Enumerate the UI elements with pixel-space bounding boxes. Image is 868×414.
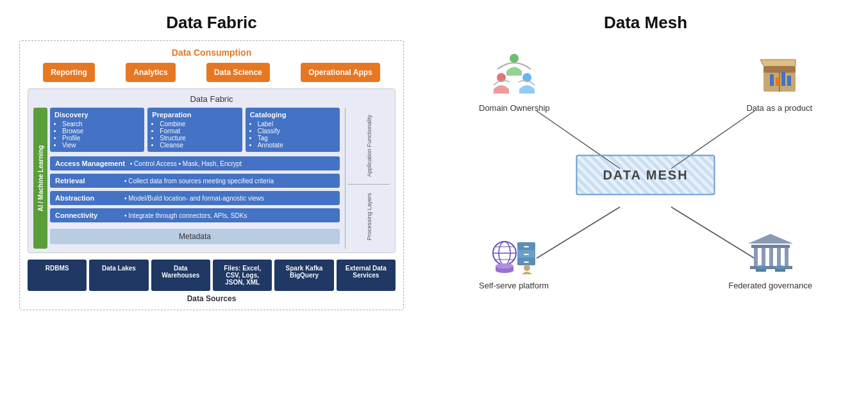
layer-abstraction-detail: • Model/Build location- and format-agnos…	[124, 195, 264, 202]
label-proc-layers: Processing Layers	[348, 185, 390, 249]
layer-abstraction-title: Abstraction	[55, 194, 119, 202]
svg-marker-31	[748, 234, 793, 244]
svg-point-30	[524, 265, 530, 271]
list-item: Classify	[258, 128, 335, 135]
layer-connectivity: Connectivity • Integrate through connect…	[50, 208, 340, 222]
svg-rect-25	[524, 254, 529, 255]
app-func-text: Application Functionality	[366, 115, 372, 177]
svg-rect-35	[769, 248, 773, 266]
left-panel: Data Fabric Data Consumption Reporting A…	[0, 0, 423, 414]
card-cataloging-items: Label Classify Tag Annotate	[250, 120, 335, 149]
data-sources-row: RDBMS Data Lakes Data Warehouses Files: …	[28, 260, 396, 291]
card-cataloging: Cataloging Label Classify Tag Annotate	[246, 108, 340, 152]
svg-line-2	[537, 207, 620, 258]
list-item: Label	[258, 120, 335, 128]
card-discovery-items: Search Browse Profile View	[54, 120, 140, 149]
list-item: View	[62, 142, 140, 149]
svg-point-41	[756, 265, 766, 269]
fabric-outer-box: Data Consumption Reporting Analytics Dat…	[19, 40, 404, 310]
dark-box-rdbms: RDBMS	[28, 260, 87, 291]
node-product: Data as a product	[746, 53, 812, 113]
svg-rect-37	[785, 248, 789, 266]
self-serve-icon	[488, 231, 540, 276]
mesh-center-box: DATA MESH	[576, 155, 715, 195]
layer-retrieval-title: Retrieval	[55, 177, 119, 185]
dark-box-external: External Data Services	[337, 260, 396, 291]
fabric-content: Discovery Search Browse Profile View Pre…	[50, 108, 340, 249]
orange-box-reporting: Reporting	[43, 63, 95, 82]
platform-label: Self-serve platform	[479, 281, 549, 290]
node-platform: Self-serve platform	[479, 231, 549, 290]
top-cards: Discovery Search Browse Profile View Pre…	[50, 108, 340, 152]
card-discovery-title: Discovery	[54, 111, 140, 119]
orange-box-datascience: Data Science	[206, 63, 270, 82]
layer-connectivity-detail: • Integrate through connectors, APIs, SD…	[124, 212, 247, 219]
label-app-func: Application Functionality	[348, 108, 390, 185]
layer-access-title: Access Management	[55, 160, 125, 167]
list-item: Tag	[258, 135, 335, 142]
mesh-wrapper: Domain Ownership Data as a product	[460, 40, 831, 310]
dark-box-spark: Spark Kafka BigQuery	[274, 260, 333, 291]
fabric-title: Data Fabric	[166, 13, 257, 33]
right-panel: Data Mesh	[423, 0, 868, 414]
list-item: Format	[160, 128, 237, 135]
card-preparation: Preparation Combine Format Structure Cle…	[147, 108, 242, 152]
svg-rect-14	[787, 76, 791, 86]
dark-box-files: Files: Excel, CSV, Logs, JSON, XML	[213, 260, 272, 291]
card-preparation-items: Combine Format Structure Cleanse	[152, 120, 237, 149]
card-cataloging-title: Cataloging	[250, 111, 335, 119]
right-labels: Application Functionality Processing Lay…	[345, 108, 390, 249]
svg-point-29	[496, 263, 513, 269]
list-item: Profile	[62, 135, 140, 142]
dark-box-datalakes: Data Lakes	[89, 260, 148, 291]
list-item: Annotate	[258, 142, 335, 149]
svg-rect-34	[762, 248, 765, 266]
governance-icon	[745, 231, 796, 276]
consumption-label: Data Consumption	[28, 47, 396, 58]
svg-point-44	[775, 265, 785, 269]
data-product-icon	[754, 53, 805, 98]
data-sources-label: Data Sources	[28, 294, 396, 303]
list-item: Structure	[160, 135, 237, 142]
layer-retrieval-detail: • Collect data from sources meeting spec…	[124, 178, 274, 185]
svg-rect-26	[524, 261, 529, 263]
mesh-center-label: DATA MESH	[603, 168, 688, 182]
layer-access-detail: • Control Access • Mask, Hash, Encrypt	[130, 160, 242, 167]
svg-rect-24	[524, 246, 529, 247]
dark-box-dw: Data Warehouses	[151, 260, 210, 291]
fabric-inner-title: Data Fabric	[33, 94, 390, 104]
ai-bar: AI / Machine Learning	[33, 108, 47, 249]
svg-rect-13	[781, 72, 785, 86]
list-item: Browse	[62, 128, 140, 135]
list-item: Cleanse	[160, 142, 237, 149]
mesh-title: Data Mesh	[604, 13, 687, 33]
node-governance: Federated governance	[728, 231, 812, 290]
card-discovery: Discovery Search Browse Profile View	[50, 108, 144, 152]
layer-retrieval: Retrieval • Collect data from sources me…	[50, 174, 340, 188]
svg-rect-36	[777, 248, 781, 266]
layer-abstraction: Abstraction • Model/Build location- and …	[50, 191, 340, 205]
product-label: Data as a product	[746, 103, 812, 113]
svg-rect-12	[776, 78, 780, 86]
metadata-bar: Metadata	[50, 229, 340, 244]
node-domain: Domain Ownership	[479, 53, 550, 113]
proc-layers-text: Processing Layers	[366, 193, 372, 240]
list-item: Combine	[160, 120, 237, 128]
list-item: Search	[62, 120, 140, 128]
domain-ownership-icon	[488, 53, 540, 98]
layer-access: Access Management • Control Access • Mas…	[50, 156, 340, 170]
svg-rect-33	[754, 248, 758, 266]
card-preparation-title: Preparation	[152, 111, 237, 119]
fabric-inner-box: Data Fabric AI / Machine Learning Discov…	[28, 88, 396, 253]
orange-box-ops: Operational Apps	[301, 63, 380, 82]
governance-label: Federated governance	[728, 281, 812, 290]
consumption-boxes: Reporting Analytics Data Science Operati…	[28, 63, 396, 82]
domain-label: Domain Ownership	[479, 103, 550, 113]
svg-point-4	[510, 54, 519, 63]
orange-box-analytics: Analytics	[126, 63, 175, 82]
layer-connectivity-title: Connectivity	[55, 211, 119, 219]
svg-rect-32	[751, 245, 790, 248]
svg-rect-11	[770, 74, 774, 86]
